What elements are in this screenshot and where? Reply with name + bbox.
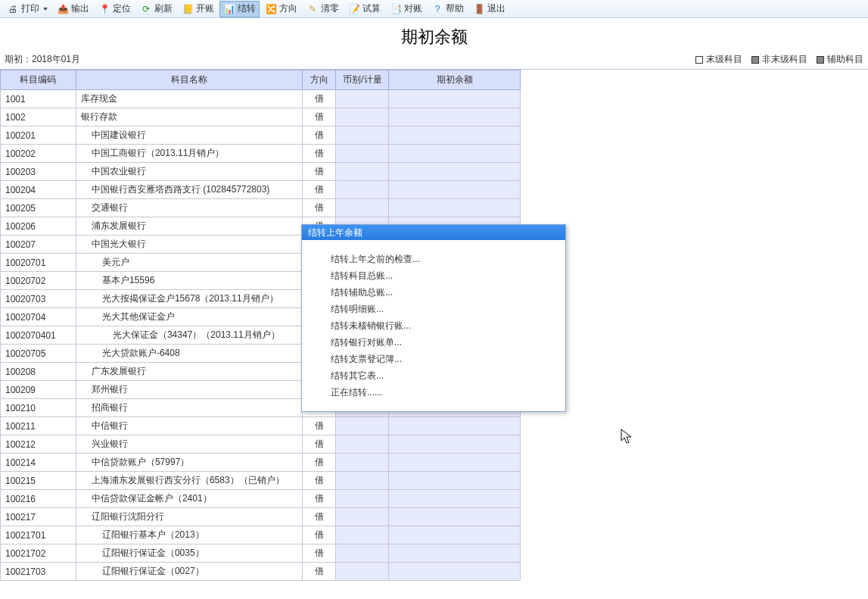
cell-bal[interactable] xyxy=(389,199,521,217)
cell-code[interactable]: 100212 xyxy=(1,435,76,454)
cell-bal[interactable] xyxy=(389,544,521,563)
clear-button[interactable]: ✎ 清零 xyxy=(303,1,343,17)
col-bal[interactable]: 期初余额 xyxy=(389,70,521,90)
output-button[interactable]: 📤 输出 xyxy=(53,1,93,17)
cell-curr[interactable] xyxy=(336,108,389,126)
table-row[interactable]: 1001库存现金借 xyxy=(1,90,521,108)
cell-name[interactable]: 辽阳银行沈阳分行 xyxy=(76,508,303,526)
cell-dir[interactable]: 借 xyxy=(303,417,336,435)
exit-button[interactable]: 🚪 退出 xyxy=(469,1,509,17)
cell-name[interactable]: 兴业银行 xyxy=(76,435,303,454)
cell-bal[interactable] xyxy=(389,417,521,435)
cell-name[interactable]: 基本户15596 xyxy=(76,272,303,290)
cell-dir[interactable]: 借 xyxy=(303,181,336,199)
locate-button[interactable]: 📍 定位 xyxy=(95,1,135,17)
cell-code[interactable]: 100204 xyxy=(1,181,76,199)
cell-bal[interactable] xyxy=(389,90,521,108)
cell-bal[interactable] xyxy=(389,435,521,454)
cell-curr[interactable] xyxy=(336,417,389,435)
col-name[interactable]: 科目名称 xyxy=(76,70,303,90)
cell-dir[interactable]: 借 xyxy=(303,90,336,108)
cell-code[interactable]: 100210 xyxy=(1,399,76,417)
cell-code[interactable]: 1001 xyxy=(1,90,76,108)
refresh-button[interactable]: ⟳ 刷新 xyxy=(136,1,176,17)
cell-code[interactable]: 10020705 xyxy=(1,345,76,363)
table-row[interactable]: 100215上海浦东发展银行西安分行（6583）（已销户）借 xyxy=(1,472,521,490)
table-row[interactable]: 100201中国建设银行借 xyxy=(1,126,521,145)
direction-button[interactable]: 🔀 方向 xyxy=(261,1,301,17)
cell-bal[interactable] xyxy=(389,181,521,199)
cell-dir[interactable]: 借 xyxy=(303,163,336,181)
cell-dir[interactable]: 借 xyxy=(303,526,336,544)
cell-bal[interactable] xyxy=(389,508,521,526)
cell-curr[interactable] xyxy=(336,454,389,472)
table-row[interactable]: 100217辽阳银行沈阳分行借 xyxy=(1,508,521,526)
cell-code[interactable]: 100216 xyxy=(1,490,76,508)
cell-dir[interactable]: 借 xyxy=(303,472,336,490)
cell-code[interactable]: 10020701 xyxy=(1,254,76,272)
cell-code[interactable]: 100217 xyxy=(1,508,76,526)
cell-curr[interactable] xyxy=(336,90,389,108)
cell-name[interactable]: 光大其他保证金户 xyxy=(76,308,303,326)
table-row[interactable]: 100211中信银行借 xyxy=(1,417,521,435)
reconcile-button[interactable]: 📑 对账 xyxy=(386,1,426,17)
cell-dir[interactable]: 借 xyxy=(303,199,336,217)
cell-curr[interactable] xyxy=(336,563,389,581)
cell-bal[interactable] xyxy=(389,454,521,472)
cell-dir[interactable]: 借 xyxy=(303,126,336,145)
table-row[interactable]: 100216中信贷款保证金帐户（2401）借 xyxy=(1,490,521,508)
cell-code[interactable]: 10021701 xyxy=(1,526,76,544)
cell-curr[interactable] xyxy=(336,508,389,526)
cell-code[interactable]: 100202 xyxy=(1,145,76,163)
cell-code[interactable]: 100209 xyxy=(1,381,76,399)
cell-curr[interactable] xyxy=(336,526,389,544)
cell-bal[interactable] xyxy=(389,108,521,126)
cell-code[interactable]: 10020704 xyxy=(1,308,76,326)
cell-dir[interactable]: 借 xyxy=(303,435,336,454)
table-row[interactable]: 100214中信贷款账户（57997）借 xyxy=(1,454,521,472)
cell-name[interactable]: 辽阳银行基本户（2013） xyxy=(76,526,303,544)
cell-name[interactable]: 中国农业银行 xyxy=(76,163,303,181)
table-row[interactable]: 100205交通银行借 xyxy=(1,199,521,217)
cell-name[interactable]: 广东发展银行 xyxy=(76,363,303,381)
cell-name[interactable]: 银行存款 xyxy=(76,108,303,126)
cell-dir[interactable]: 借 xyxy=(303,108,336,126)
cell-name[interactable]: 浦东发展银行 xyxy=(76,217,303,236)
cell-name[interactable]: 上海浦东发展银行西安分行（6583）（已销户） xyxy=(76,472,303,490)
cell-code[interactable]: 100211 xyxy=(1,417,76,435)
cell-curr[interactable] xyxy=(336,490,389,508)
cell-bal[interactable] xyxy=(389,145,521,163)
cell-code[interactable]: 100214 xyxy=(1,454,76,472)
col-dir[interactable]: 方向 xyxy=(303,70,336,90)
cell-name[interactable]: 库存现金 xyxy=(76,90,303,108)
cell-curr[interactable] xyxy=(336,199,389,217)
table-row[interactable]: 1002银行存款借 xyxy=(1,108,521,126)
cell-bal[interactable] xyxy=(389,163,521,181)
table-row[interactable]: 10021703辽阳银行保证金（0027）借 xyxy=(1,563,521,581)
cell-code[interactable]: 100203 xyxy=(1,163,76,181)
cell-curr[interactable] xyxy=(336,544,389,563)
cell-code[interactable]: 100207 xyxy=(1,236,76,254)
cell-code[interactable]: 100208 xyxy=(1,363,76,381)
help-button[interactable]: ? 帮助 xyxy=(428,1,468,17)
table-row[interactable]: 100204中国银行西安雁塔西路支行 (102845772803)借 xyxy=(1,181,521,199)
cell-code[interactable]: 1002 xyxy=(1,108,76,126)
cell-bal[interactable] xyxy=(389,472,521,490)
cell-name[interactable]: 光大保证金（34347）（2013.11月销户） xyxy=(76,326,303,345)
table-row[interactable]: 10021701辽阳银行基本户（2013）借 xyxy=(1,526,521,544)
cell-name[interactable]: 光大按揭保证金户15678（2013.11月销户） xyxy=(76,290,303,308)
print-button[interactable]: 🖨 打印 xyxy=(3,1,51,17)
cell-code[interactable]: 10021703 xyxy=(1,563,76,581)
cell-name[interactable]: 中国建设银行 xyxy=(76,126,303,145)
open-button[interactable]: 📒 开账 xyxy=(178,1,218,17)
cell-bal[interactable] xyxy=(389,490,521,508)
cell-name[interactable]: 中国银行西安雁塔西路支行 (102845772803) xyxy=(76,181,303,199)
table-row[interactable]: 100202中国工商银行（2013.11月销户）借 xyxy=(1,145,521,163)
cell-curr[interactable] xyxy=(336,472,389,490)
cell-name[interactable]: 中信贷款保证金帐户（2401） xyxy=(76,490,303,508)
table-row[interactable]: 10021702辽阳银行保证金（0035）借 xyxy=(1,544,521,563)
table-row[interactable]: 100212兴业银行借 xyxy=(1,435,521,454)
cell-curr[interactable] xyxy=(336,163,389,181)
cell-code[interactable]: 100201 xyxy=(1,126,76,145)
cell-dir[interactable]: 借 xyxy=(303,490,336,508)
